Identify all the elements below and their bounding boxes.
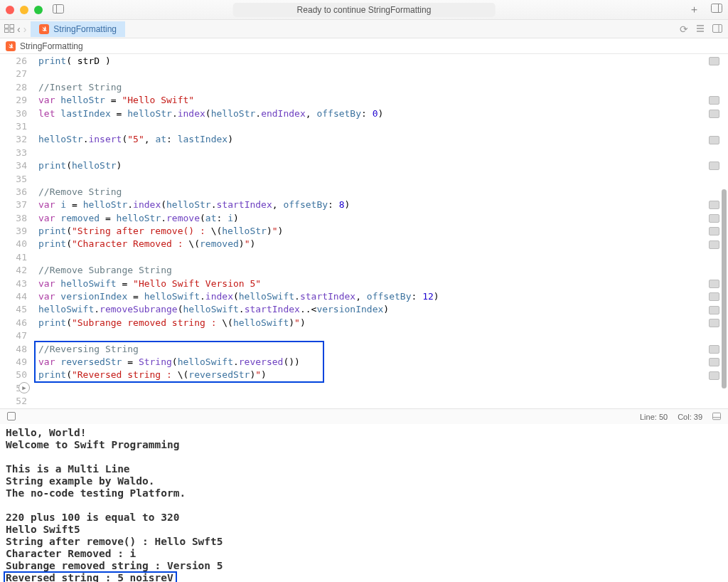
code-line[interactable]: print(helloStr) [34, 159, 692, 172]
code-line[interactable]: print("Character Removed : \(removed)") [34, 238, 692, 250]
code-line[interactable]: let lastIndex = helloStr.index(helloStr.… [34, 107, 692, 120]
assistant-panel-icon[interactable] [712, 23, 722, 35]
result-marker[interactable] [709, 345, 719, 354]
line-number: 39 [0, 225, 27, 238]
console-line: 220 plus 100 is equal to 320 [6, 512, 722, 524]
line-number: 29 [0, 94, 27, 107]
code-line[interactable]: var versionIndex = helloSwift.index(hell… [34, 290, 692, 303]
line-number: 49 [0, 356, 27, 369]
run-line-button[interactable]: ▶ [18, 382, 30, 393]
scrollbar[interactable] [722, 189, 727, 388]
code-line[interactable] [34, 68, 692, 80]
code-line[interactable]: //Reversing String [34, 343, 692, 356]
result-marker[interactable] [709, 162, 719, 170]
result-marker[interactable] [709, 201, 719, 209]
code-line[interactable]: var removed = helloStr.remove(at: i) [34, 212, 692, 225]
result-marker[interactable] [709, 292, 719, 301]
code-line[interactable]: var helloStr = "Hello Swift" [34, 94, 692, 107]
zoom-window-button[interactable] [34, 6, 43, 14]
result-marker[interactable] [709, 371, 719, 380]
breadcrumb[interactable]: StringFormatting [0, 38, 728, 54]
sidebar-toggle-icon[interactable] [53, 4, 64, 16]
console-line [6, 499, 722, 512]
result-marker[interactable] [709, 214, 719, 223]
console-line: This is a Multi Line [6, 463, 722, 475]
console-line: Subrange removed string : Version 5 [6, 560, 722, 572]
line-number: 43 [0, 277, 27, 290]
code-line[interactable] [34, 329, 692, 342]
list-icon[interactable] [695, 23, 705, 35]
code-line[interactable]: var helloSwift = "Hello Swift Version 5" [34, 277, 692, 290]
svg-rect-7 [10, 29, 14, 33]
svg-rect-5 [10, 24, 14, 28]
svg-rect-6 [5, 29, 9, 33]
refresh-icon[interactable]: ⟳ [680, 23, 688, 35]
line-number: 41 [0, 251, 27, 264]
result-marker[interactable] [709, 57, 719, 65]
line-number: 35 [0, 173, 27, 186]
code-line[interactable]: print("Subrange removed string : \(hello… [34, 317, 692, 329]
code-line[interactable]: print( strD ) [34, 55, 692, 68]
debug-panel-icon[interactable] [7, 412, 16, 422]
svg-rect-4 [5, 24, 9, 28]
status-bar: Line: 50 Col: 39 [0, 408, 728, 424]
console-output[interactable]: Hello, World!Welcome to Swift Programmin… [0, 424, 728, 582]
line-number: 45 [0, 303, 27, 316]
line-number: 28 [0, 81, 27, 94]
code-line[interactable]: //Insert String [34, 81, 692, 94]
line-number: 32 [0, 133, 27, 146]
add-tab-button[interactable]: ＋ [689, 3, 700, 16]
close-window-button[interactable] [6, 6, 14, 14]
code-line[interactable]: var i = helloStr.index(helloStr.startInd… [34, 199, 692, 211]
panels-toggle-icon[interactable] [711, 3, 722, 16]
minimize-window-button[interactable] [20, 6, 28, 14]
related-items-icon[interactable] [4, 23, 14, 35]
console-panel-icon[interactable] [712, 412, 721, 422]
result-marker[interactable] [709, 110, 719, 118]
tab-label: StringFormatting [53, 24, 117, 34]
code-line[interactable]: helloSwift.removeSubrange(helloSwift.sta… [34, 303, 692, 316]
result-marker[interactable] [709, 227, 719, 236]
nav-back-icon[interactable]: ‹ [17, 23, 21, 35]
code-line[interactable] [34, 173, 692, 186]
result-marker[interactable] [709, 280, 719, 288]
code-line[interactable]: helloStr.insert("5", at: lastIndex) [34, 133, 692, 146]
code-area[interactable]: print( strD )//Insert Stringvar helloStr… [34, 54, 692, 408]
line-number: 27 [0, 68, 27, 80]
cursor-line: Line: 50 [640, 413, 668, 421]
cursor-column: Col: 39 [678, 413, 702, 421]
code-line[interactable]: //Remove String [34, 186, 692, 199]
console-line: Reversed string : 5 noisreV [6, 572, 722, 582]
code-line[interactable]: //Remove Subrange String [34, 264, 692, 277]
line-number: 31 [0, 120, 27, 133]
code-line[interactable] [34, 147, 692, 159]
console-line: Hello Swift5 [6, 524, 722, 536]
result-marker[interactable] [709, 136, 719, 144]
console-line: The no-code testing Platform. [6, 487, 722, 499]
code-line[interactable]: print("Reversed string : \(reversedStr)"… [34, 369, 692, 381]
code-editor[interactable]: 2627282930313233343536373839404142434445… [0, 54, 728, 408]
tab-stringformatting[interactable]: StringFormatting [31, 21, 125, 37]
result-marker[interactable] [709, 358, 719, 366]
result-marker[interactable] [709, 319, 719, 327]
line-number: 44 [0, 290, 27, 303]
code-line[interactable] [34, 395, 692, 408]
code-line[interactable] [34, 120, 692, 133]
line-number: 36 [0, 186, 27, 199]
result-marker[interactable] [709, 240, 719, 249]
nav-forward-icon[interactable]: › [23, 23, 27, 35]
line-number: 50 [0, 369, 27, 381]
line-number: 34 [0, 159, 27, 172]
result-marker[interactable] [709, 96, 719, 105]
code-line[interactable] [34, 251, 692, 264]
code-line[interactable] [34, 382, 692, 395]
code-line[interactable]: var reversedStr = String(helloSwift.reve… [34, 356, 692, 369]
tab-bar: ‹ › StringFormatting ⟳ [0, 20, 728, 38]
line-number: 40 [0, 238, 27, 250]
line-number: 26 [0, 55, 27, 68]
result-marker[interactable] [709, 306, 719, 314]
code-line[interactable]: print("String after remove() : \(helloSt… [34, 225, 692, 238]
line-gutter: 2627282930313233343536373839404142434445… [0, 54, 34, 408]
line-number: 37 [0, 199, 27, 211]
swift-icon [6, 41, 16, 51]
